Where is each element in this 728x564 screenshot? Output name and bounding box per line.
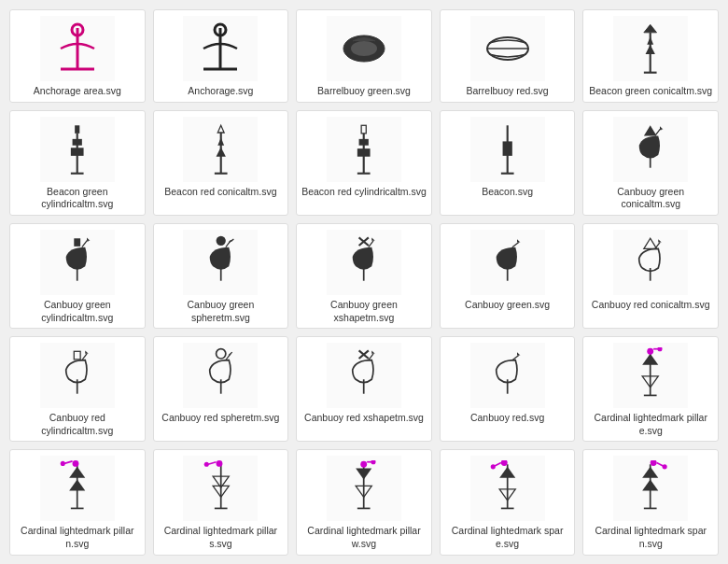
svg-marker-35	[660, 126, 663, 129]
list-item[interactable]: Canbuoy green.svg	[440, 223, 576, 329]
svg-marker-38	[87, 237, 90, 240]
list-item[interactable]: Canbuoy green conicaltm.svg	[582, 110, 719, 216]
file-label: Cardinal lightedmark pillar s.svg	[158, 525, 285, 550]
svg-marker-24	[216, 147, 225, 156]
svg-point-7	[351, 41, 377, 56]
beacon-red-cylindrical-icon	[327, 117, 401, 182]
svg-rect-25	[361, 125, 366, 134]
list-item[interactable]: Cardinal lightedmark spar e.svg	[440, 449, 576, 555]
svg-marker-85	[356, 469, 371, 480]
list-item[interactable]: Canbuoy green xshapetm.svg	[296, 223, 432, 329]
svg-point-102	[651, 460, 657, 466]
file-label: Canbuoy green xshapetm.svg	[301, 299, 427, 324]
canbuoy-green-icon	[470, 230, 545, 295]
svg-marker-20	[217, 125, 224, 133]
list-item[interactable]: Anchorage area.svg	[9, 9, 146, 103]
list-item[interactable]: Anchorage.svg	[153, 9, 289, 103]
svg-marker-60	[372, 351, 375, 354]
list-item[interactable]: Canbuoy red conicaltm.svg	[582, 223, 719, 329]
file-label: Cardinal lightedmark pillar w.svg	[301, 525, 427, 550]
svg-marker-72	[69, 480, 85, 491]
list-item[interactable]: Canbuoy green cylindricaltm.svg	[9, 223, 146, 329]
svg-rect-36	[74, 238, 80, 247]
file-label: Cardinal lightedmark spar e.svg	[444, 525, 571, 550]
file-label: Beacon green cylindricaltm.svg	[14, 186, 141, 211]
svg-point-81	[216, 460, 222, 467]
list-item[interactable]: Barrelbuoy red.svg	[440, 9, 576, 103]
file-label: Canbuoy red xshapetm.svg	[304, 412, 424, 425]
svg-marker-23	[217, 137, 224, 146]
list-item[interactable]: Beacon green cylindricaltm.svg	[9, 110, 146, 216]
file-label: Beacon red conicaltm.svg	[164, 186, 276, 199]
svg-rect-15	[75, 125, 79, 134]
svg-point-67	[648, 348, 654, 355]
svg-point-54	[216, 349, 225, 359]
cardinal-spar-n-icon	[613, 456, 688, 521]
svg-point-95	[501, 460, 508, 466]
list-item[interactable]: Canbuoy green spheretm.svg	[153, 223, 289, 329]
list-item[interactable]: Barrelbuoy green.svg	[296, 9, 432, 103]
beacon-icon	[470, 117, 545, 182]
list-item[interactable]: Cardinal lightedmark pillar n.svg	[9, 449, 146, 555]
canbuoy-green-cylindrical-icon	[40, 230, 115, 295]
svg-point-88	[361, 461, 368, 468]
list-item[interactable]: Beacon.svg	[440, 110, 576, 216]
file-label: Canbuoy red.svg	[470, 412, 544, 425]
svg-point-90	[371, 460, 376, 464]
canbuoy-green-sphere-icon	[183, 230, 258, 295]
list-item[interactable]: Beacon red conicaltm.svg	[153, 110, 289, 216]
cardinal-spar-e-icon	[470, 456, 545, 521]
svg-point-69	[658, 347, 663, 351]
list-item[interactable]: Cardinal lightedmark pillar s.svg	[153, 449, 289, 555]
svg-rect-51	[74, 351, 80, 360]
svg-marker-71	[69, 467, 85, 478]
svg-point-104	[663, 465, 667, 470]
svg-marker-10	[644, 24, 657, 33]
beacon-green-cylindrical-icon	[40, 117, 115, 182]
svg-rect-29	[357, 148, 371, 157]
cardinal-pillar-n-icon	[40, 456, 115, 521]
file-label: Canbuoy green conicaltm.svg	[587, 186, 714, 211]
canbuoy-red-conical-icon	[613, 230, 688, 295]
file-label: Cardinal lightedmark pillar n.svg	[14, 525, 141, 550]
list-item[interactable]: Cardinal lightedmark pillar e.svg	[582, 336, 719, 442]
list-item[interactable]: Canbuoy red cylindricaltm.svg	[9, 336, 146, 442]
list-item[interactable]: Cardinal lightedmark spar n.svg	[582, 449, 719, 555]
list-item[interactable]: Cardinal lightedmark pillar w.svg	[296, 449, 432, 555]
canbuoy-red-xshape-icon	[327, 343, 401, 408]
svg-marker-47	[517, 239, 520, 242]
file-label: Barrelbuoy green.svg	[317, 85, 411, 98]
svg-point-83	[203, 462, 208, 467]
file-label: Canbuoy green cylindricaltm.svg	[14, 299, 141, 324]
svg-rect-32	[502, 141, 511, 155]
list-item[interactable]: Beacon red cylindricaltm.svg	[296, 110, 432, 216]
svg-line-96	[495, 463, 501, 466]
barrelbuoy-red-icon	[470, 16, 545, 81]
list-item[interactable]: Canbuoy red.svg	[440, 336, 576, 442]
file-label: Beacon red cylindricaltm.svg	[301, 186, 427, 199]
cardinal-pillar-e-icon	[613, 343, 688, 408]
list-item[interactable]: Canbuoy red spheretm.svg	[153, 336, 289, 442]
svg-point-74	[73, 460, 79, 467]
svg-marker-45	[372, 237, 375, 240]
file-label: Cardinal lightedmark pillar e.svg	[587, 412, 714, 437]
file-label: Beacon green conicaltm.svg	[589, 85, 712, 98]
canbuoy-green-xshape-icon	[327, 230, 401, 295]
file-label: Canbuoy red conicaltm.svg	[592, 299, 710, 312]
list-item[interactable]: Beacon green conicaltm.svg	[582, 9, 719, 103]
file-label: Beacon.svg	[482, 186, 533, 199]
file-label: Canbuoy red spheretm.svg	[161, 412, 279, 425]
svg-marker-48	[644, 238, 657, 248]
list-item[interactable]: Canbuoy red xshapetm.svg	[296, 336, 432, 442]
icon-grid: Anchorage area.svg Anchorage.svg Barrelb…	[0, 0, 728, 564]
canbuoy-red-icon	[470, 343, 545, 408]
svg-line-103	[657, 463, 664, 466]
file-label: Barrelbuoy red.svg	[467, 85, 549, 98]
file-label: Canbuoy green.svg	[465, 299, 550, 312]
barrelbuoy-green-icon	[327, 16, 401, 81]
svg-line-41	[229, 239, 233, 242]
svg-line-82	[208, 462, 217, 465]
canbuoy-green-conical-icon	[613, 117, 688, 182]
svg-marker-100	[643, 480, 659, 491]
svg-rect-18	[73, 138, 82, 145]
